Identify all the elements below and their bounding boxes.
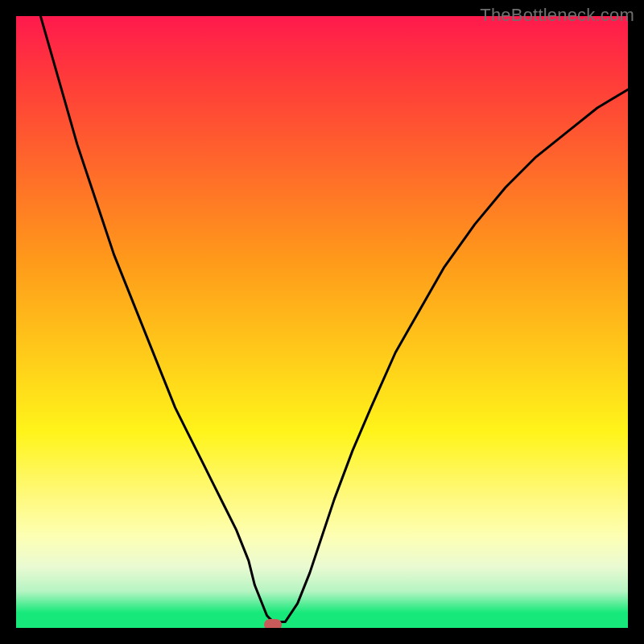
optimum-marker <box>264 619 282 628</box>
chart-frame: TheBottleneck.com <box>0 0 644 644</box>
watermark-text: TheBottleneck.com <box>480 5 634 26</box>
curve-svg <box>16 16 628 628</box>
plot-area <box>16 16 628 628</box>
bottleneck-curve <box>40 16 628 621</box>
